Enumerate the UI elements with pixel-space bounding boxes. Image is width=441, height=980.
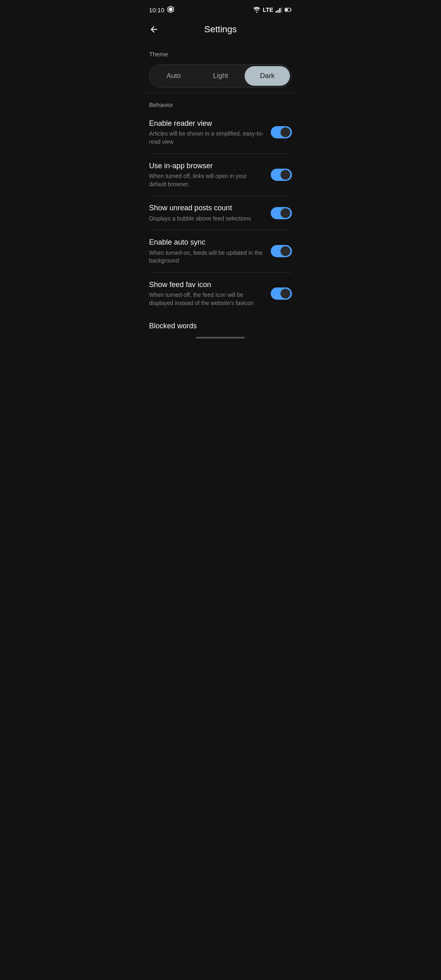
status-icons: LTE [253,7,292,13]
theme-option-light[interactable]: Light [198,66,243,86]
theme-section: Theme Auto Light Dark [141,42,300,93]
setting-auto-sync-label: Enable auto sync [149,238,264,247]
wifi-icon [253,7,261,13]
svg-rect-3 [278,10,279,13]
time-display: 10:10 [149,7,165,13]
setting-reader-view-desc: Articles will be shown in a simplified, … [149,130,264,146]
svg-rect-4 [279,8,281,13]
setting-reader-view: Enable reader view Articles will be show… [149,111,292,154]
home-indicator-bar [196,337,245,339]
toggle-fav-icon[interactable] [271,287,292,300]
setting-in-app-browser-text: Use in-app browser When turned off, link… [149,161,271,189]
behavior-section-title: Behavior [149,101,292,108]
back-button[interactable] [147,23,160,36]
theme-option-auto[interactable]: Auto [151,66,196,86]
setting-auto-sync-text: Enable auto sync When turned-on, feeds w… [149,238,271,265]
hex-app-icon [167,6,174,14]
toggle-reader-view-knob [281,127,290,137]
setting-fav-icon: Show feed fav icon When turned-off, the … [149,273,292,315]
theme-section-title: Theme [149,51,292,58]
svg-rect-2 [276,11,277,13]
top-nav: Settings [141,18,300,42]
toggle-auto-sync-knob [281,246,290,256]
theme-option-dark[interactable]: Dark [245,66,290,86]
svg-marker-1 [169,7,172,11]
svg-rect-7 [285,9,288,11]
behavior-section: Behavior Enable reader view Articles wil… [141,93,300,314]
setting-unread-count-text: Show unread posts count Displays a bubbl… [149,203,271,223]
toggle-in-app-browser[interactable] [271,169,292,181]
toggle-unread-count-knob [281,208,290,218]
setting-reader-view-label: Enable reader view [149,119,264,128]
toggle-in-app-browser-knob [281,170,290,180]
signal-icon [276,7,282,13]
toggle-reader-view[interactable] [271,126,292,138]
setting-unread-count: Show unread posts count Displays a bubbl… [149,196,292,230]
toggle-unread-count[interactable] [271,207,292,219]
setting-in-app-browser: Use in-app browser When turned off, link… [149,154,292,196]
setting-in-app-browser-desc: When turned off, links will open in your… [149,172,264,188]
page-title: Settings [204,24,237,35]
bottom-indicator [141,330,300,342]
battery-icon [285,7,292,13]
blocked-words-section: Blocked words [141,314,300,330]
setting-unread-count-desc: Displays a bubble above feed selections [149,215,264,223]
setting-unread-count-label: Show unread posts count [149,203,264,213]
setting-fav-icon-text: Show feed fav icon When turned-off, the … [149,280,271,307]
setting-auto-sync-desc: When turned-on, feeds will be updated in… [149,249,264,265]
setting-fav-icon-desc: When turned-off, the feed icon will be d… [149,291,264,307]
status-bar: 10:10 LTE [141,0,300,18]
setting-auto-sync: Enable auto sync When turned-on, feeds w… [149,230,292,273]
setting-in-app-browser-label: Use in-app browser [149,161,264,171]
toggle-fav-icon-knob [281,289,290,298]
blocked-words-label: Blocked words [149,322,292,330]
svg-rect-8 [291,9,292,10]
lte-label: LTE [263,7,273,13]
svg-rect-5 [281,7,283,13]
toggle-auto-sync[interactable] [271,245,292,257]
setting-reader-view-text: Enable reader view Articles will be show… [149,119,271,146]
theme-selector: Auto Light Dark [149,64,292,88]
setting-fav-icon-label: Show feed fav icon [149,280,264,290]
status-time: 10:10 [149,6,174,14]
